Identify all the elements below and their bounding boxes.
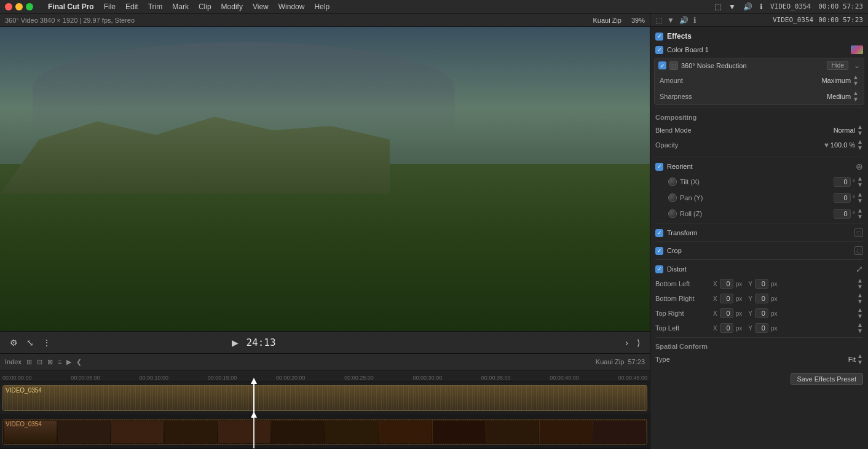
distort-bl-y-unit: px [771, 281, 778, 287]
reorient-checkbox[interactable] [655, 163, 663, 171]
timeline-icon-btn5[interactable]: ▶ [66, 358, 71, 366]
video-info-bar: 360° Video 3840 × 1920 | 29.97 fps, Ster… [0, 14, 650, 27]
pan-stepper[interactable]: ▲▼ [857, 192, 863, 204]
filter-icon[interactable]: ▼ [728, 2, 736, 11]
distort-tr-x-val[interactable]: 0 [720, 308, 733, 318]
inspector-icon-3[interactable]: 🔊 [679, 16, 688, 25]
tilt-value[interactable]: 0 [834, 177, 851, 187]
save-effects-preset-button[interactable]: Save Effects Preset [791, 373, 863, 385]
distort-tl-stepper[interactable]: ▲▼ [857, 322, 863, 334]
distort-br-y-val[interactable]: 0 [755, 294, 768, 303]
roll-value-group: 0 ° ▲▼ [834, 208, 863, 220]
transform-row[interactable]: Transform ⬚ [650, 226, 868, 240]
pan-value[interactable]: 0 [834, 193, 851, 203]
pan-value-group: 0 ° ▲▼ [834, 192, 863, 204]
distort-br-stepper[interactable]: ▲▼ [857, 292, 863, 305]
close-button[interactable] [5, 3, 12, 10]
distort-bottom-right-label: Bottom Right [655, 295, 711, 302]
pan-knob[interactable] [668, 193, 677, 202]
transform-checkbox[interactable] [655, 229, 663, 237]
distort-bl-stepper[interactable]: ▲▼ [857, 278, 863, 290]
distort-bl-y-val[interactable]: 0 [755, 279, 768, 289]
clip-block[interactable]: VIDEO_0354 [2, 385, 647, 411]
video-area: 360° Video 3840 × 1920 | 29.97 fps, Ster… [0, 14, 650, 449]
menu-view[interactable]: View [253, 2, 269, 11]
opacity-label: Opacity [655, 141, 704, 149]
tilt-row: Tilt (X) 0 ° ▲▼ [650, 174, 868, 190]
distort-br-x-val[interactable]: 0 [720, 294, 733, 303]
roll-stepper[interactable]: ▲▼ [857, 208, 863, 220]
noise-expand-btn[interactable]: ⬚ [669, 61, 678, 70]
distort-br-x-unit: px [736, 295, 743, 302]
timeline-icon-btn6[interactable]: ❮ [76, 358, 82, 366]
inspector-content: Effects Color Board 1 ⬚ 360° Noise Reduc… [650, 27, 868, 449]
inspector-icon-1[interactable]: ⬚ [655, 16, 662, 25]
noise-title: 360° Noise Reduction [681, 62, 747, 69]
distort-tl-x-val[interactable]: 0 [720, 323, 733, 333]
playback-options-btn[interactable]: ⋮ [40, 337, 53, 349]
inspector-icon[interactable]: ⬚ [714, 2, 721, 11]
distort-br-y-unit: px [771, 295, 778, 302]
blend-mode-stepper[interactable]: ▲▼ [857, 124, 863, 136]
menu-help[interactable]: Help [314, 2, 329, 11]
noise-hide-btn[interactable]: Hide [827, 61, 848, 70]
playback-left-controls: ⚙ ⤡ ⋮ [7, 337, 53, 349]
color-board-checkbox[interactable] [655, 46, 663, 54]
distort-tr-y-label: Y [748, 310, 752, 317]
playback-right-btn2[interactable]: ⟩ [634, 337, 642, 349]
timeline-ruler: 00:00:00:00 00:00:05:00 00:00:10:00 00:0… [0, 370, 650, 381]
distort-tr-y-val[interactable]: 0 [755, 308, 768, 318]
tilt-knob[interactable] [668, 178, 677, 186]
color-board-row[interactable]: Color Board 1 [650, 43, 868, 57]
menu-window[interactable]: Window [278, 2, 305, 11]
menu-trim[interactable]: Trim [148, 2, 163, 11]
distort-header[interactable]: Distort ⤢ [650, 262, 868, 276]
playback-settings-btn[interactable]: ⚙ [7, 337, 20, 349]
clip-waveform [3, 386, 647, 410]
menu-clip[interactable]: Clip [199, 2, 211, 11]
audio-icon[interactable]: 🔊 [743, 2, 752, 11]
noise-amount-stepper[interactable]: ▲▼ [853, 74, 859, 87]
thumb-7 [379, 421, 432, 443]
distort-checkbox[interactable] [655, 265, 663, 273]
timeline-icon-btn3[interactable]: ⊠ [47, 358, 53, 366]
roll-value[interactable]: 0 [834, 209, 851, 219]
tilt-stepper[interactable]: ▲▼ [857, 176, 863, 188]
distort-corner-icon: ⤢ [856, 264, 863, 274]
distort-tr-stepper[interactable]: ▲▼ [857, 307, 863, 319]
inspector-timecode: 00:00 57:23 [818, 16, 863, 24]
timeline-icon-btn4[interactable]: ≡ [58, 358, 61, 365]
playback-right-btn[interactable]: › [623, 337, 631, 349]
crop-label: Crop [667, 247, 682, 254]
noise-settings-icon[interactable]: ⌄ [854, 61, 860, 70]
crop-checkbox[interactable] [655, 247, 663, 255]
roll-knob[interactable] [668, 209, 677, 218]
timeline-icon-btn1[interactable]: ⊞ [26, 358, 32, 366]
distort-bottom-left-label: Bottom Left [655, 280, 711, 287]
menu-mark[interactable]: Mark [172, 2, 189, 11]
effects-checkbox[interactable] [655, 33, 663, 41]
inspector-icon-2[interactable]: ▼ [667, 16, 674, 25]
opacity-stepper[interactable]: ▲▼ [857, 139, 863, 151]
distort-bl-x-unit: px [736, 281, 743, 287]
distort-tl-y-val[interactable]: 0 [755, 323, 768, 333]
type-stepper[interactable]: ▲▼ [857, 353, 863, 365]
menu-modify[interactable]: Modify [221, 2, 243, 11]
playhead[interactable] [253, 381, 254, 415]
play-button[interactable]: ▶ [229, 337, 241, 349]
divider-3 [655, 224, 863, 224]
noise-sharpness-stepper[interactable]: ▲▼ [853, 90, 859, 103]
noise-checkbox[interactable] [658, 61, 666, 69]
minimize-button[interactable] [15, 3, 23, 10]
info-icon[interactable]: ℹ [760, 2, 763, 11]
fullscreen-button[interactable] [26, 3, 33, 10]
crop-row[interactable]: Crop ⬚ [650, 244, 868, 257]
reorient-header[interactable]: Reorient ⊛ [650, 159, 868, 174]
timeline-icon-btn2[interactable]: ⊟ [37, 358, 42, 366]
thumb-8 [433, 421, 485, 443]
distort-bl-x-val[interactable]: 0 [720, 279, 733, 289]
playback-transform-btn[interactable]: ⤡ [24, 337, 36, 349]
inspector-icon-4[interactable]: ℹ [693, 16, 696, 25]
menu-file[interactable]: File [104, 2, 116, 11]
menu-edit[interactable]: Edit [125, 2, 138, 11]
